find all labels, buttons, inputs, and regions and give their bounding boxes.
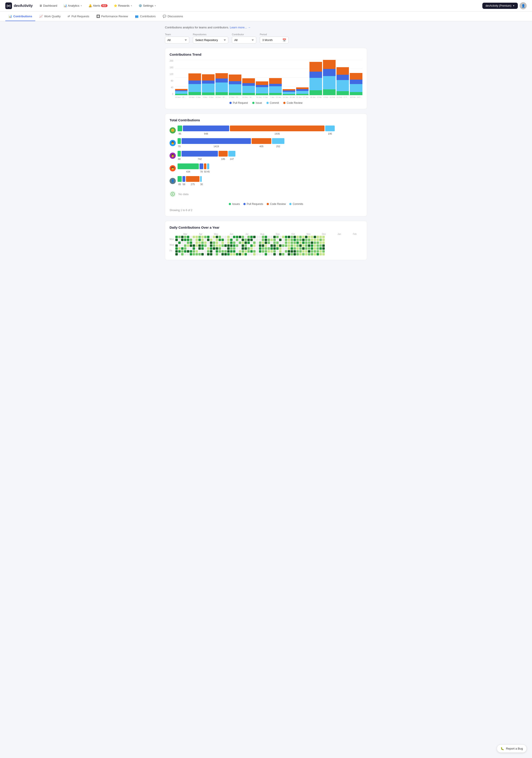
heatmap-cell — [299, 236, 302, 238]
nav-rewards[interactable]: ⭐ Rewards ▼ — [112, 3, 135, 9]
heatmap-cell — [296, 247, 299, 250]
heatmap-week — [322, 236, 325, 256]
heatmap-cell — [311, 242, 313, 244]
heatmap-week — [311, 236, 313, 256]
bar-segment-pr — [337, 75, 349, 80]
bar-group-12 — [337, 67, 349, 95]
tab-discussions[interactable]: 💬 Discussions — [160, 12, 186, 21]
heatmap-cell — [181, 247, 183, 250]
heatmap-cell — [221, 247, 224, 250]
heatmap-cell — [322, 242, 325, 244]
legend-commits2: Commits — [289, 202, 303, 206]
heatmap-cell — [282, 247, 284, 250]
heatmap-cell — [204, 239, 207, 241]
contributor-numbers: 434785045 — [178, 170, 362, 173]
heatmap-cell — [207, 239, 210, 241]
heatmap-cell — [319, 236, 322, 238]
heatmap-cell — [198, 236, 201, 238]
heatmap-cell — [178, 247, 181, 250]
heatmap-cell — [193, 250, 195, 253]
review-icon: 🔲 — [96, 15, 100, 18]
contributor-number: 185 — [218, 158, 228, 160]
heatmap-cell — [293, 239, 296, 241]
heatmap-cell — [239, 244, 241, 247]
bar-segment-issue — [256, 93, 268, 95]
heatmap-cell — [210, 253, 212, 256]
tab-contributions[interactable]: 📊 Contributions — [5, 12, 35, 21]
bar-segment-commit — [175, 91, 188, 94]
tab-performance-review[interactable]: 🔲 Performance Review — [93, 12, 131, 21]
period-picker[interactable]: 3 Month 📅 — [260, 37, 289, 44]
heatmap-cell — [233, 244, 235, 247]
heatmap-week — [308, 236, 310, 256]
heatmap-cell — [305, 253, 308, 256]
logo[interactable]: [w] devActivity — [5, 2, 33, 9]
heatmap-cell — [305, 236, 308, 238]
bar-segment-commit — [337, 80, 349, 91]
heatmap-cell — [224, 244, 227, 247]
bar-segment-issue — [188, 92, 201, 95]
tab-contributors[interactable]: 👥 Contributors — [132, 12, 159, 21]
heatmap-cell — [187, 242, 189, 244]
heatmap-cell — [322, 253, 325, 256]
heatmap-cell — [227, 239, 230, 241]
trend-legend: Pull Request Issue Commit Code Review — [170, 101, 362, 104]
avatar[interactable]: 👤 — [519, 2, 527, 9]
nav-dashboard[interactable]: 🖥 Dashboard — [37, 3, 59, 9]
heatmap-container: MarAprMayJunJulAugSepOctNovDecJanFeb Mon… — [170, 233, 362, 256]
heatmap-cell — [193, 253, 195, 256]
account-button[interactable]: devActivity (Premium) ▼ — [482, 3, 518, 9]
team-select[interactable]: All — [165, 37, 189, 44]
heatmap-week — [181, 236, 183, 256]
contributor-bars: 959481935195 — [178, 125, 362, 135]
heatmap-cell — [227, 236, 230, 238]
tab-pull-requests[interactable]: ⇄ Pull Requests — [64, 12, 92, 21]
heatmap-cell — [207, 244, 210, 247]
heatmap-month-label: Aug — [255, 233, 270, 235]
heatmap-week — [224, 236, 227, 256]
nav-alerts[interactable]: 🔔 Alerts 813 — [86, 3, 110, 9]
x-label-9: 21 Jan - 27 Jan — [296, 96, 309, 98]
heatmap-cell — [314, 247, 316, 250]
heatmap-cell — [193, 247, 195, 250]
heatmap-week — [193, 236, 195, 256]
heatmap-cell — [210, 247, 212, 250]
contributor-select[interactable]: All — [232, 37, 256, 44]
heatmap-cell — [210, 244, 212, 247]
x-label-6: 31 Dec - 6 Jan — [256, 96, 268, 98]
heatmap-cell — [230, 239, 233, 241]
day-label-wed: Wed — [170, 243, 174, 247]
contributor-filter: Contributor All — [232, 33, 256, 44]
x-label-11: 4 Feb - 10 Feb — [323, 96, 336, 98]
heatmap-cell — [288, 244, 290, 247]
heatmap-cell — [276, 239, 279, 241]
contributor-bars: 68742185147 — [178, 151, 362, 160]
nodata-row: No data — [170, 189, 362, 199]
heatmap-month-label: Oct — [285, 233, 301, 235]
heatmap-cell — [273, 244, 276, 247]
contributor-numbers: 855827530 — [178, 183, 362, 186]
heatmap-cell — [198, 250, 201, 253]
heatmap-month-label: Nov — [301, 233, 316, 235]
contributor-number: 45 — [207, 170, 209, 173]
heatmap-cell — [230, 236, 233, 238]
heatmap-week — [236, 236, 238, 256]
learn-more-link[interactable]: Learn more... → — [230, 26, 251, 29]
heatmap-cell — [308, 236, 310, 238]
total-contrib-title: Total Contributions — [170, 118, 362, 122]
nav-settings[interactable]: ⚙️ Settings ▼ — [136, 3, 158, 9]
tab-work-quality[interactable]: 📈 Work Quality — [36, 12, 64, 21]
heatmap-month-label: Jan — [332, 233, 347, 235]
calendar-icon: 📅 — [283, 38, 286, 42]
nav-analytics[interactable]: 📊 Analytics ▼ — [61, 3, 84, 9]
heatmap-cell — [276, 236, 279, 238]
heatmap-cell — [256, 242, 258, 244]
heatmap-cell — [265, 247, 267, 250]
heatmap-cell — [308, 239, 310, 241]
bar-segment-review — [310, 62, 322, 72]
repo-select[interactable]: Select Repository — [193, 37, 228, 44]
chevron-down-icon: ▼ — [80, 5, 82, 7]
contributor-bar-row — [178, 176, 362, 182]
contributor-number: 78 — [199, 170, 203, 173]
heatmap-cell — [207, 253, 210, 256]
